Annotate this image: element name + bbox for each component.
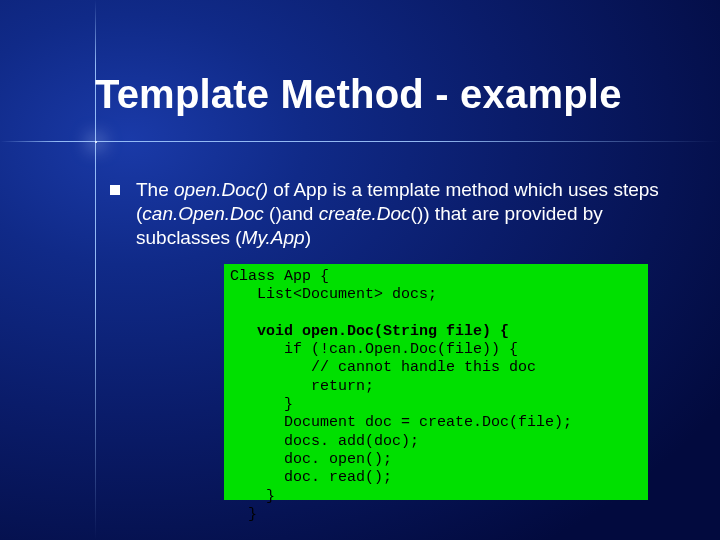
text-emph: open.Doc(): [174, 179, 273, 200]
code-block: Class App { List<Document> docs; void op…: [224, 264, 648, 500]
slide: Template Method - example The open.Doc()…: [0, 0, 720, 540]
bullet-square-icon: [110, 185, 120, 195]
code-line: // cannot handle this doc: [230, 359, 536, 376]
bullet-item: The open.Doc() of App is a template meth…: [110, 178, 690, 249]
code-line: List<Document> docs;: [230, 286, 437, 303]
code-line: Document doc = create.Doc(file);: [230, 414, 572, 431]
code-line: doc. read();: [230, 469, 392, 486]
code-line: if (!can.Open.Doc(file)) {: [230, 341, 518, 358]
bullet-text: The open.Doc() of App is a template meth…: [136, 178, 690, 249]
decor-horizontal-line: [0, 141, 720, 142]
text-emph: can.Open.Doc: [142, 203, 269, 224]
slide-body: The open.Doc() of App is a template meth…: [110, 178, 690, 249]
text-seg: ): [305, 227, 311, 248]
text-emph: My.App: [242, 227, 305, 248]
code-line: docs. add(doc);: [230, 433, 419, 450]
text-seg: ()and: [269, 203, 319, 224]
decor-lens-flare: [95, 141, 97, 143]
text-seg: The: [136, 179, 174, 200]
code-line: }: [230, 488, 275, 505]
text-emph: create.Doc: [319, 203, 411, 224]
code-line: void open.Doc(String file) {: [230, 323, 509, 340]
code-line: doc. open();: [230, 451, 392, 468]
code-line: }: [230, 396, 293, 413]
slide-title: Template Method - example: [95, 72, 690, 117]
code-line: Class App {: [230, 268, 329, 285]
code-line: }: [230, 506, 257, 523]
code-line: return;: [230, 378, 374, 395]
